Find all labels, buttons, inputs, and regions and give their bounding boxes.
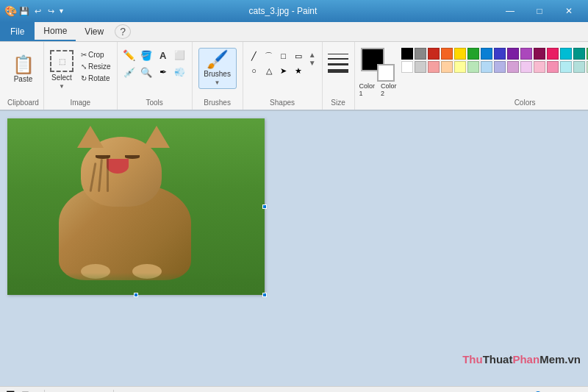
color-swatch[interactable] xyxy=(534,61,545,73)
color-swatch[interactable] xyxy=(547,61,559,73)
size-line-3 xyxy=(328,63,348,65)
color-swatch[interactable] xyxy=(507,48,519,60)
crop-button[interactable]: ✂ Crop xyxy=(78,49,114,60)
color-swatch[interactable] xyxy=(573,48,585,60)
zoom-decrease-button[interactable]: − xyxy=(494,389,506,393)
paste-icon: 📋 xyxy=(12,56,35,74)
qa-dropdown[interactable]: ▼ xyxy=(58,7,65,15)
color-swatch[interactable] xyxy=(481,61,492,73)
resize-button[interactable]: ⤡ Resize xyxy=(78,61,114,72)
color-swatch[interactable] xyxy=(560,48,572,60)
color-swatch[interactable] xyxy=(573,61,585,73)
shape-rightarrow[interactable]: ➤ xyxy=(277,64,290,77)
shape-curve[interactable]: ⌒ xyxy=(262,49,276,63)
magnify-tool[interactable]: 🔍 xyxy=(139,65,154,79)
handle-bottom[interactable] xyxy=(134,293,138,297)
brushes-label: Brushes xyxy=(204,97,231,110)
color-swatch[interactable] xyxy=(454,61,466,73)
image-label: Image xyxy=(70,97,90,110)
eyedropper-tool[interactable]: 💉 xyxy=(122,65,137,79)
canvas-area: ThuThuatPhanMem.vn xyxy=(0,111,588,386)
pencil-tool-2[interactable]: ✒ xyxy=(156,65,171,79)
minimize-button[interactable]: — xyxy=(495,0,525,22)
menu-view[interactable]: View xyxy=(76,22,112,41)
color2-swatch[interactable] xyxy=(377,64,395,82)
color-swatch[interactable] xyxy=(415,48,426,60)
window-controls: — □ ✕ xyxy=(495,0,584,22)
paste-button[interactable]: 📋 Paste xyxy=(7,48,40,90)
clipboard-label: Clipboard xyxy=(7,97,39,110)
colors-label: Colors xyxy=(359,97,588,110)
app-icon: 🎨 xyxy=(4,5,17,17)
color1-label: Color 1 xyxy=(359,82,376,97)
status-sep-1 xyxy=(44,390,45,393)
status-icon-left[interactable]: ☰ xyxy=(6,389,15,393)
shapes-group: ╱ ⌒ □ ▭ ○ △ ➤ ★ ▲▼ Shapes xyxy=(243,42,323,110)
menu-help[interactable]: ? xyxy=(115,24,131,39)
color-swatch[interactable] xyxy=(454,48,466,60)
color-swatch[interactable] xyxy=(494,48,506,60)
qa-save[interactable]: 💾 xyxy=(18,5,30,17)
resize-icon: ⤡ xyxy=(81,63,87,71)
color-swatch[interactable] xyxy=(534,48,545,60)
color-swatch[interactable] xyxy=(401,48,413,60)
color-swatch[interactable] xyxy=(520,48,532,60)
color-swatch[interactable] xyxy=(415,61,426,73)
size-button[interactable] xyxy=(325,51,351,76)
tools-label: Tools xyxy=(146,97,162,110)
size-line-1 xyxy=(328,54,348,54)
brushes-group: 🖌️ Brushes ▼ Brushes xyxy=(193,42,243,110)
rotate-button[interactable]: ↻ Rotate xyxy=(78,73,114,84)
shape-roundrect[interactable]: ▭ xyxy=(292,49,305,63)
status-bar: ☰ ⊞ 800 × 563px Size: 96.1KB 50% − + xyxy=(0,386,588,392)
size-line-4 xyxy=(328,69,348,73)
maximize-button[interactable]: □ xyxy=(525,0,554,22)
zoom-increase-button[interactable]: + xyxy=(570,389,582,393)
tools-group: ✏️ 🪣 A ⬜ 💉 🔍 ✒ 💨 Tools xyxy=(118,42,193,110)
color-swatch[interactable] xyxy=(401,61,413,73)
window-title: cats_3.jpg - Paint xyxy=(71,6,495,16)
brushes-icon: 🖌️ xyxy=(207,51,229,68)
eraser-tool[interactable]: ⬜ xyxy=(173,48,187,63)
status-resize-icon[interactable]: ⊞ xyxy=(21,389,29,392)
color-swatch[interactable] xyxy=(507,61,519,73)
zoom-controls: 50% − + xyxy=(475,389,582,393)
color-swatch[interactable] xyxy=(467,61,479,73)
menu-file[interactable]: File xyxy=(0,22,35,41)
pencil-tool[interactable]: ✏️ xyxy=(122,48,137,63)
shape-rect[interactable]: □ xyxy=(277,49,290,63)
crop-icon: ✂ xyxy=(81,51,87,59)
size-group: Size xyxy=(323,42,355,110)
spray-tool[interactable]: 💨 xyxy=(173,65,187,79)
color-swatch[interactable] xyxy=(481,48,492,60)
colors-group: Color 1 Color 2 Colors xyxy=(355,42,588,110)
color-swatch[interactable] xyxy=(560,61,572,73)
color-swatch[interactable] xyxy=(494,61,506,73)
color-swatch[interactable] xyxy=(441,48,453,60)
handle-corner[interactable] xyxy=(262,293,267,297)
shape-triangle[interactable]: △ xyxy=(262,64,276,77)
shape-ellipse[interactable]: ○ xyxy=(248,64,261,77)
qa-redo[interactable]: ↪ xyxy=(45,5,57,17)
shape-star[interactable]: ★ xyxy=(292,64,305,77)
color-swatch[interactable] xyxy=(428,48,440,60)
canvas[interactable] xyxy=(7,118,265,295)
brushes-button[interactable]: 🖌️ Brushes ▼ xyxy=(198,48,237,89)
color-swatch[interactable] xyxy=(520,61,532,73)
shape-line[interactable]: ╱ xyxy=(248,49,261,63)
rotate-icon: ↻ xyxy=(81,74,87,82)
color-swatch[interactable] xyxy=(441,61,453,73)
handle-right[interactable] xyxy=(262,204,267,209)
shapes-more-btn[interactable]: ▲▼ xyxy=(307,48,318,70)
menu-home[interactable]: Home xyxy=(35,22,76,41)
text-tool[interactable]: A xyxy=(156,48,171,63)
shapes-label: Shapes xyxy=(270,97,295,110)
color-swatch[interactable] xyxy=(428,61,440,73)
close-button[interactable]: ✕ xyxy=(554,0,584,22)
qa-undo[interactable]: ↩ xyxy=(32,5,43,17)
select-button[interactable]: ⬚ Select ▼ xyxy=(47,48,76,92)
color-swatch[interactable] xyxy=(547,48,559,60)
fill-tool[interactable]: 🪣 xyxy=(139,48,154,63)
color-swatch[interactable] xyxy=(467,48,479,60)
title-bar: 🎨 💾 ↩ ↪ ▼ cats_3.jpg - Paint — □ ✕ xyxy=(0,0,588,22)
